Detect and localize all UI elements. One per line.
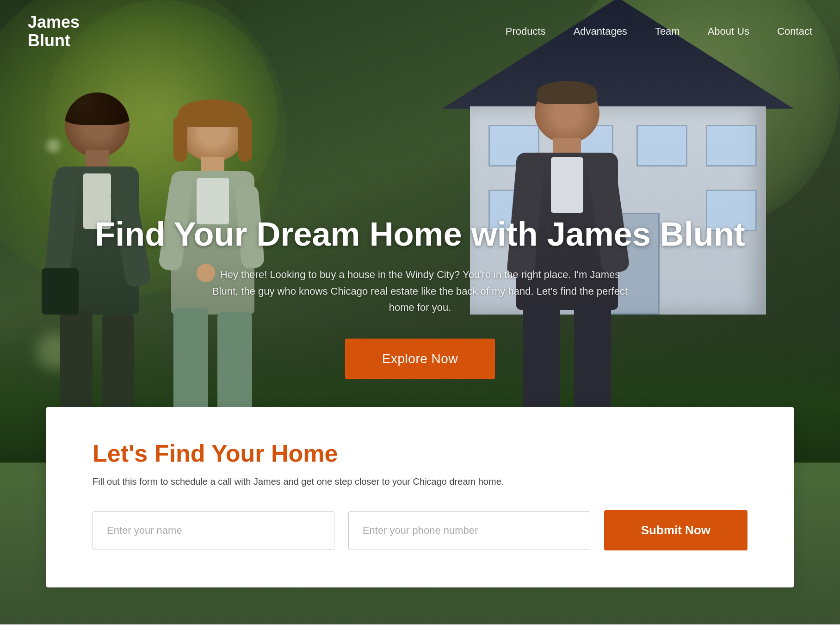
navigation: James Blunt Products Advantages Team Abo… [0, 0, 840, 62]
lead-form-container: Let's Find Your Home Fill out this form … [46, 407, 794, 587]
explore-button[interactable]: Explore Now [345, 339, 495, 379]
hair-2 [178, 99, 247, 127]
nav-item-products[interactable]: Products [506, 25, 546, 37]
nav-link-products[interactable]: Products [506, 25, 546, 37]
nav-link-team[interactable]: Team [655, 25, 680, 37]
hair-3 [537, 81, 597, 104]
nav-link-contact[interactable]: Contact [777, 25, 812, 37]
window-3 [636, 125, 687, 167]
nav-item-team[interactable]: Team [655, 25, 680, 37]
nav-links: Products Advantages Team About Us Contac… [506, 25, 812, 37]
hero-title: Find Your Dream Home with James Blunt [37, 216, 803, 253]
hair-2r [238, 116, 252, 162]
nav-link-advantages[interactable]: Advantages [574, 25, 627, 37]
window-4 [706, 125, 757, 167]
form-row: Submit Now [93, 510, 747, 550]
phone-input[interactable] [348, 511, 590, 550]
logo: James Blunt [28, 13, 80, 49]
head-3 [535, 83, 599, 143]
hair-1 [65, 93, 130, 125]
form-title: Let's Find Your Home [93, 439, 747, 467]
submit-button[interactable]: Submit Now [604, 510, 747, 550]
hair-2l [173, 116, 187, 162]
nav-item-contact[interactable]: Contact [777, 25, 812, 37]
shirt-3 [551, 157, 583, 213]
hero-subtitle: Hey there! Looking to buy a house in the… [212, 266, 628, 315]
head-2 [180, 102, 245, 162]
nav-item-advantages[interactable]: Advantages [574, 25, 627, 37]
nav-item-about[interactable]: About Us [708, 25, 750, 37]
neck-1 [86, 150, 109, 169]
name-input[interactable] [93, 511, 334, 550]
hero-section: James Blunt Products Advantages Team Abo… [0, 0, 840, 463]
form-subtitle: Fill out this form to schedule a call wi… [93, 476, 747, 487]
form-section-wrapper: Let's Find Your Home Fill out this form … [0, 407, 840, 624]
hero-content: Find Your Dream Home with James Blunt He… [0, 216, 840, 379]
nav-link-about[interactable]: About Us [708, 25, 750, 37]
head-1 [65, 93, 130, 157]
